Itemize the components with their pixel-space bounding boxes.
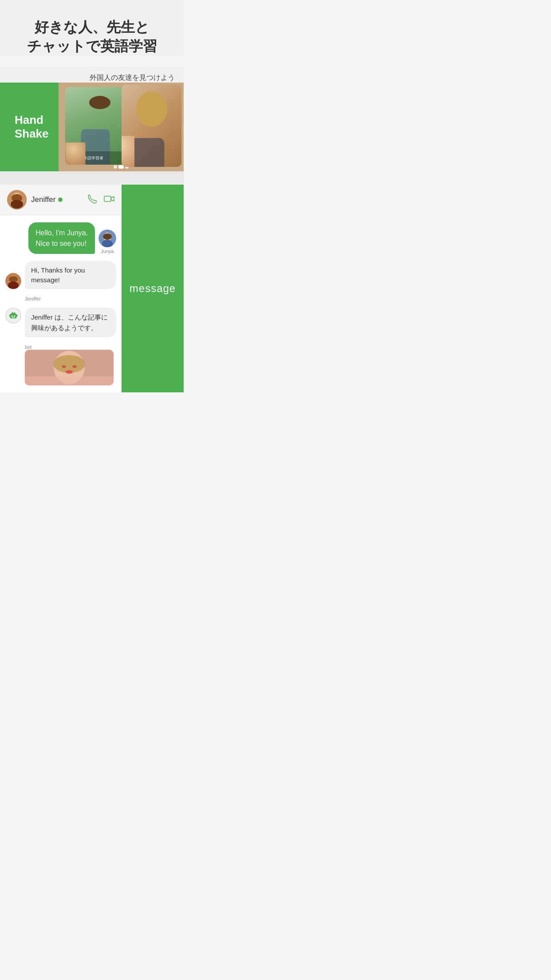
top-section: 好きな人、先生と チャットで英語学習: [0, 0, 184, 56]
svg-point-7: [103, 233, 112, 240]
junya-avatar: [98, 229, 116, 247]
incoming-message-jeniffer: Hi, Thanks for you message! Jeniffer: [5, 261, 116, 302]
svg-point-11: [9, 276, 18, 282]
svg-point-17: [14, 316, 16, 317]
section-separator: [0, 171, 184, 185]
incoming-bubble: Hi, Thanks for you message!: [25, 261, 116, 289]
bot-bubble: Jeniffer は、こんな記事に興味があるようです。: [25, 308, 116, 337]
jeniffer-avatar: [7, 190, 27, 209]
woman-card: [122, 85, 181, 167]
handshake-label: Hand Shake: [10, 113, 49, 141]
jeniffer-name-row: Jeniffer: [31, 195, 83, 204]
handshake-green-block: Hand Shake: [0, 83, 59, 171]
online-indicator: [58, 198, 63, 202]
jeniffer-small-avatar: [5, 273, 21, 289]
svg-point-16: [12, 316, 13, 317]
handshake-panel: Hand Shake ↓ 日本語学習者: [0, 83, 184, 171]
chat-right-panel: message: [122, 185, 184, 392]
svg-rect-27: [25, 376, 114, 385]
svg-rect-19: [9, 315, 10, 316]
svg-rect-4: [104, 196, 111, 202]
svg-point-24: [62, 365, 66, 368]
chat-left-panel: Jeniffer Hel: [0, 185, 122, 392]
article-preview-card[interactable]: [25, 350, 114, 385]
svg-point-25: [72, 365, 77, 368]
photo-area: ↓ 日本語学習者: [59, 83, 184, 171]
svg-point-26: [66, 370, 73, 374]
bot-avatar: [5, 308, 21, 324]
message-label: message: [130, 282, 176, 295]
video-icon[interactable]: [104, 194, 114, 206]
find-friends-text: 外国人の友達を見つけよう: [58, 70, 184, 83]
svg-point-15: [13, 312, 14, 313]
chat-action-icons[interactable]: [87, 194, 114, 206]
chat-section: Jeniffer Hel: [0, 185, 184, 392]
phone-icon[interactable]: [87, 194, 97, 206]
chat-contact-name: Jeniffer: [31, 195, 55, 204]
chat-body: Hello, I'm Junya. Nice to see you! Junya: [0, 215, 122, 392]
article-image: [25, 350, 114, 385]
bot-label: bot: [5, 344, 116, 350]
svg-point-3: [11, 200, 23, 209]
chat-header: Jeniffer: [0, 185, 122, 215]
bot-message-container: Jeniffer は、こんな記事に興味があるようです。 bot: [5, 308, 116, 385]
junya-label: Junya: [98, 249, 116, 254]
outgoing-bubble: Hello, I'm Junya. Nice to see you!: [28, 222, 95, 253]
outgoing-message: Hello, I'm Junya. Nice to see you! Junya: [5, 222, 116, 253]
svg-rect-20: [16, 315, 17, 316]
top-headline: 好きな人、先生と チャットで英語学習: [9, 18, 175, 56]
jeniffer-msg-label: Jeniffer: [5, 296, 116, 301]
svg-rect-18: [12, 317, 15, 318]
